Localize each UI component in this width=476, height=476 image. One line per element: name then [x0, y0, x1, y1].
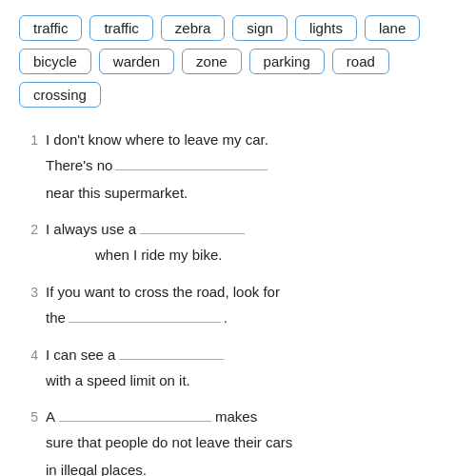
exercise-5: 5 A makes sure that people do not leave …: [19, 404, 457, 476]
exercise-4-line2: with a speed limit on it.: [19, 367, 457, 395]
word-tag[interactable]: traffic: [19, 15, 82, 41]
exercise-3-line2: the .: [19, 305, 457, 332]
exercise-3: 3 If you want to cross the road, look fo…: [19, 279, 457, 332]
exercises-list: 1 I don't know where to leave my car. Th…: [19, 127, 457, 476]
word-tag[interactable]: lights: [295, 15, 357, 41]
exercise-text: the: [46, 305, 66, 332]
exercise-5-line3: in illegal places.: [19, 457, 457, 476]
fill-blank[interactable]: [59, 405, 211, 422]
exercise-number: 2: [19, 218, 38, 242]
exercise-2-line2: when I ride my bike.: [19, 242, 457, 269]
exercise-text: when I ride my bike.: [95, 242, 222, 269]
word-tag[interactable]: crossing: [19, 82, 101, 108]
fill-blank[interactable]: [140, 217, 245, 234]
exercise-1: 1 I don't know where to leave my car. Th…: [19, 127, 457, 207]
exercise-4: 4 I can see a with a speed limit on it.: [19, 342, 457, 395]
fill-blank[interactable]: [115, 153, 268, 170]
word-tag[interactable]: road: [332, 49, 389, 74]
word-tag[interactable]: zone: [182, 49, 242, 74]
exercise-text: with a speed limit on it.: [46, 367, 190, 395]
exercise-number: 3: [19, 281, 38, 305]
word-bank: traffic traffic zebra sign lights lane b…: [19, 15, 457, 108]
exercise-text: I don't know where to leave my car.: [46, 127, 268, 152]
word-tag[interactable]: sign: [232, 15, 288, 41]
word-tag[interactable]: warden: [99, 49, 174, 74]
exercise-1-line2: There's no: [19, 152, 457, 180]
word-tag[interactable]: traffic: [89, 15, 152, 41]
fill-blank[interactable]: [119, 343, 224, 360]
word-tag[interactable]: parking: [249, 49, 325, 74]
fill-blank[interactable]: [69, 306, 221, 323]
exercise-text: in illegal places.: [46, 457, 147, 476]
exercise-text: sure that people do not leave their cars: [46, 429, 292, 457]
exercise-text: If you want to cross the road, look for: [46, 279, 280, 305]
word-tag[interactable]: zebra: [161, 15, 226, 41]
punctuation: .: [224, 305, 228, 332]
exercise-text: I can see a: [46, 342, 115, 367]
exercise-number: 1: [19, 129, 38, 152]
exercise-1-line3: near this supermarket.: [19, 180, 457, 208]
exercise-text: I always use a: [46, 216, 136, 242]
exercise-5-line2: sure that people do not leave their cars: [19, 429, 457, 457]
exercise-text: There's no: [46, 152, 112, 180]
exercise-number: 5: [19, 406, 38, 429]
word-tag[interactable]: lane: [365, 15, 420, 41]
exercise-text: A: [46, 404, 55, 429]
exercise-2: 2 I always use a when I ride my bike.: [19, 216, 457, 269]
exercise-text: makes: [215, 404, 257, 429]
exercise-number: 4: [19, 344, 38, 367]
exercise-text: near this supermarket.: [46, 180, 188, 208]
word-tag[interactable]: bicycle: [19, 49, 91, 74]
